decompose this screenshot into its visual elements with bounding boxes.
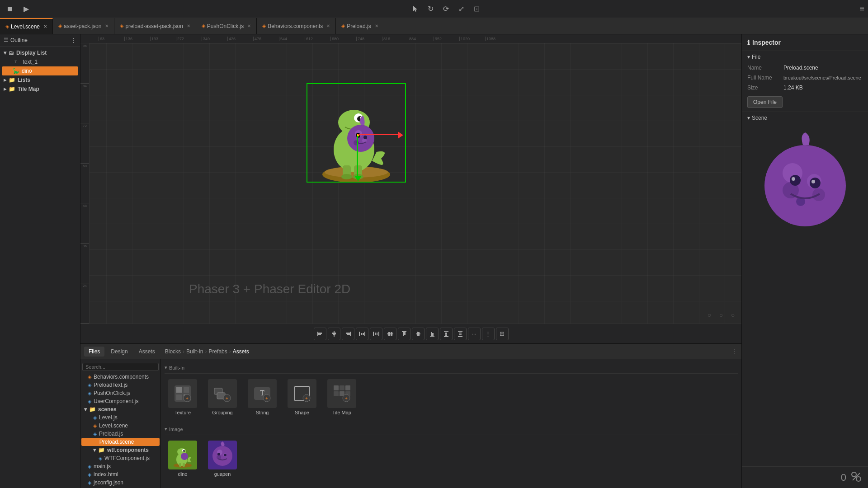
asset-item-shape[interactable]: + Shape	[284, 377, 320, 417]
push-on-click-label: PushOnClick.js	[94, 390, 130, 396]
breadcrumb-builtin[interactable]: Built-In	[186, 348, 203, 355]
align-left-button[interactable]	[314, 328, 326, 340]
align-right-button[interactable]	[342, 328, 354, 340]
refresh-button[interactable]: ⟳	[440, 3, 453, 15]
tab-preload-js[interactable]: ◈ Preload.js ✕	[336, 18, 384, 34]
builtin-toggle-icon[interactable]: ▾	[165, 365, 167, 371]
file-item-level-scene[interactable]: ◈ Level.scene	[80, 422, 160, 430]
tab-close-asset-pack[interactable]: ✕	[105, 23, 108, 28]
breadcrumb-prefabs[interactable]: Prefabs	[208, 348, 227, 355]
file-item-preload-scene[interactable]: ● Preload.scene	[81, 438, 160, 446]
file-item-jsconfig[interactable]: ◈ jsconfig.json	[80, 479, 160, 487]
open-file-button[interactable]: Open File	[747, 96, 783, 108]
main-js-icon: ◈	[88, 464, 91, 469]
stop-button[interactable]: ⏹	[4, 3, 16, 15]
sidebar-more-icon[interactable]: ⋮	[71, 37, 76, 43]
more-align-button[interactable]: ···	[468, 328, 481, 340]
level-scene-icon: ◈	[93, 423, 97, 429]
sidebar-item-lists[interactable]: ▸ 📁 Lists	[0, 75, 80, 84]
svg-rect-26	[347, 334, 350, 335]
tab-close-level-scene[interactable]: ✕	[43, 24, 47, 29]
tab-asset-pack[interactable]: ◈ asset-pack.json ✕	[53, 18, 114, 34]
files-search-input[interactable]	[82, 363, 159, 371]
align-bottom-button[interactable]	[426, 328, 439, 340]
canvas-help-button[interactable]: ○	[728, 310, 738, 320]
breadcrumb-blocks[interactable]: Blocks	[165, 348, 181, 355]
tab-close-behaviors[interactable]: ✕	[326, 23, 330, 28]
align-top-button[interactable]	[398, 328, 410, 340]
file-item-wtf-folder[interactable]: ▾ 📁 wtf.components	[80, 446, 160, 454]
file-item-preload-js[interactable]: ◈ Preload.js	[80, 430, 160, 438]
name-label: Name	[747, 65, 783, 71]
svg-rect-31	[373, 332, 374, 336]
image-toggle-icon[interactable]: ▾	[165, 426, 167, 432]
preload-text-icon: ◈	[88, 382, 91, 388]
sidebar-item-tilemap[interactable]: ▸ 📁 Tile Map	[0, 84, 80, 94]
dino-sprite[interactable]	[302, 80, 410, 183]
fit-button[interactable]: ⤢	[455, 3, 468, 15]
sidebar-item-dino[interactable]: 🦕 dino	[2, 66, 78, 75]
distribute-h3-button[interactable]	[384, 328, 396, 340]
rotate-tool-button[interactable]: ↻	[425, 3, 437, 15]
inspector-preview-svg	[755, 131, 855, 231]
tab-preload-asset-pack[interactable]: ◈ preload-asset-pack.json ✕	[114, 18, 196, 34]
tab-push-on-click[interactable]: ◈ PushOnClick.js ✕	[196, 18, 257, 34]
play-button[interactable]: ▶	[20, 3, 33, 15]
svg-point-89	[181, 453, 188, 460]
fullname-value: breakout/src/scenes/Preload.scene	[783, 75, 863, 80]
align-center-h-button[interactable]	[328, 328, 340, 340]
bottom-tab-files[interactable]: Files	[84, 347, 104, 357]
snap-button[interactable]: ⋮	[482, 328, 495, 340]
preload-scene-icon: ●	[94, 439, 97, 445]
bottom-tab-design[interactable]: Design	[106, 347, 132, 357]
file-item-index-html[interactable]: ◈ index.html	[80, 470, 160, 479]
wtf-folder-label: wtf.components	[107, 447, 149, 453]
distribute-h-button[interactable]	[356, 328, 368, 340]
file-item-scenes-folder[interactable]: ▾ 📁 scenes	[80, 405, 160, 413]
dino-thumb	[168, 441, 197, 469]
svg-rect-47	[444, 331, 448, 332]
inspector-scene-header[interactable]: ▾ Scene	[742, 112, 868, 124]
grid-button[interactable]: ⊞	[496, 328, 509, 340]
file-item-main-js[interactable]: ◈ main.js	[80, 462, 160, 470]
asset-item-grouping[interactable]: + Grouping	[204, 377, 241, 417]
tab-close-push-on-click[interactable]: ✕	[247, 23, 251, 28]
outline-title: Outline	[10, 37, 28, 43]
bottom-panel-more-icon[interactable]: ⋮	[731, 348, 738, 355]
asset-item-tilemap[interactable]: + Tile Map	[324, 377, 360, 417]
file-item-behaviors[interactable]: ◈ Behaviors.components	[80, 373, 160, 381]
distribute-h2-button[interactable]	[370, 328, 382, 340]
breadcrumb-assets[interactable]: Assets	[233, 348, 249, 355]
push-on-click-icon: ◈	[88, 390, 91, 396]
file-item-level-js[interactable]: ◈ Level.js	[80, 413, 160, 422]
canvas-zoom-out-button[interactable]: ○	[704, 310, 714, 320]
asset-item-dino[interactable]: dino	[165, 439, 201, 479]
tab-level-scene[interactable]: ◈ Level.scene ✕	[0, 18, 53, 34]
file-item-preload-text[interactable]: ◈ PreloadText.js	[80, 381, 160, 389]
distribute-v2-button[interactable]	[454, 328, 467, 340]
inspector-file-header[interactable]: ▾ File	[742, 51, 868, 63]
asset-item-texture[interactable]: + Texture	[165, 377, 201, 417]
file-item-push-on-click[interactable]: ◈ PushOnClick.js	[80, 389, 160, 397]
svg-point-105	[811, 180, 815, 183]
menu-icon[interactable]: ≡	[859, 4, 864, 14]
tab-behaviors[interactable]: ◈ Behaviors.components ✕	[257, 18, 336, 34]
asset-item-guapen[interactable]: guapen	[204, 439, 241, 479]
maximize-button[interactable]: ⊡	[471, 3, 483, 15]
tab-close-preload-asset-pack[interactable]: ✕	[187, 23, 190, 28]
svg-rect-56	[176, 387, 182, 393]
canvas-zoom-in-button[interactable]: ○	[716, 310, 726, 320]
align-middle-v-button[interactable]	[412, 328, 425, 340]
ruler-mark-4: 349	[202, 37, 227, 41]
tab-close-preload-js[interactable]: ✕	[375, 23, 378, 28]
file-item-user-component[interactable]: ◈ UserComponent.js	[80, 397, 160, 405]
file-item-wtf-component[interactable]: ◈ WTFComponent.js	[80, 454, 160, 462]
svg-rect-28	[364, 332, 365, 336]
bottom-tab-assets[interactable]: Assets	[134, 347, 160, 357]
sidebar-item-text1[interactable]: T text_1	[0, 57, 80, 66]
distribute-v-button[interactable]	[440, 328, 453, 340]
asset-item-string[interactable]: T + String	[244, 377, 280, 417]
sidebar-item-display-list[interactable]: ▾ 🗂 Display List	[0, 48, 80, 57]
canvas-area[interactable]: 96 84 72 60 48 36 24	[80, 43, 741, 324]
cursor-tool-button[interactable]	[409, 3, 422, 15]
